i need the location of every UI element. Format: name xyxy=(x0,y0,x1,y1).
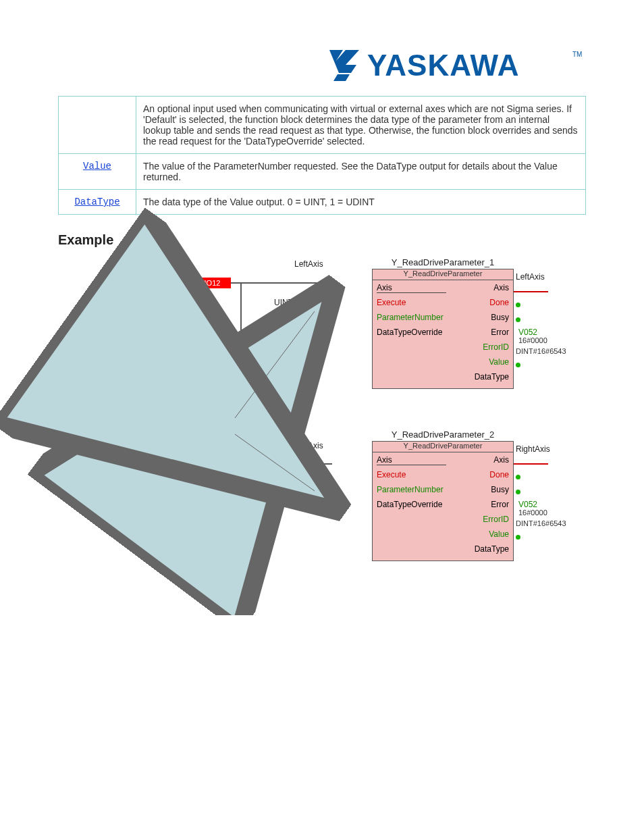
svg-marker-1 xyxy=(333,74,350,81)
svg-line-5 xyxy=(235,311,315,418)
fb-read-drive-parameter-1: Y_ReadDriveParameter_1 Y_ReadDriveParame… xyxy=(335,257,551,389)
rung-contact: AX1_IO12 xyxy=(176,278,231,288)
fb-out-dtype: DataType xyxy=(475,372,509,382)
brand-text: YASKAWA xyxy=(367,49,519,82)
spec-desc-cell: The value of the ParameterNumber request… xyxy=(136,154,586,190)
fb-out-axis: Axis xyxy=(493,455,509,465)
dot-icon xyxy=(516,490,520,494)
fb-out-errid: ErrorID xyxy=(483,515,509,524)
fb-type-name: Y_ReadDriveParameter xyxy=(373,442,513,452)
rung-number: 003 xyxy=(155,278,169,287)
ladder-diagram: 003 AX1_IO12 LeftAxis UINT#16#511 RightA… xyxy=(159,257,586,588)
table-row: An optional input used when communicatin… xyxy=(59,97,586,154)
fb-out-errid: ErrorID xyxy=(483,342,509,352)
fb-in-override: DataTypeOverride xyxy=(377,328,442,337)
dot-icon xyxy=(516,475,520,479)
yaskawa-logo: YASKAWA TM xyxy=(329,47,586,84)
fb2-errid-var: V052 xyxy=(518,500,537,509)
fb-type-name: Y_ReadDriveParameter xyxy=(373,269,513,280)
fb-out-value: Value xyxy=(489,529,509,539)
svg-line-6 xyxy=(235,434,315,491)
fb2-axis-out-conn: RightAxis xyxy=(516,444,550,454)
callout-note: Hex values entered for consistency with … xyxy=(134,411,234,457)
spec-desc-cell: The data type of the Value output. 0 = U… xyxy=(136,190,586,215)
fb1-axis-out-conn: LeftAxis xyxy=(516,272,545,282)
fb-out-done: Done xyxy=(489,470,509,479)
wire xyxy=(513,291,548,292)
trademark-text: TM xyxy=(572,51,582,58)
fb-in-execute: Execute xyxy=(377,470,406,479)
datatype-link[interactable]: DataType xyxy=(74,197,119,207)
example-heading: Example xyxy=(58,232,586,248)
fb-in-override: DataTypeOverride xyxy=(377,500,442,509)
brand-logo: YASKAWA TM xyxy=(58,47,586,84)
wire xyxy=(513,463,548,465)
fb2-errid-value: 16#0000 xyxy=(518,509,547,517)
fb-out-busy: Busy xyxy=(491,313,509,322)
fb-out-value: Value xyxy=(489,357,509,367)
fb-in-param: ParameterNumber xyxy=(377,313,444,322)
fb1-value-out: DINT#16#6543 xyxy=(516,347,566,355)
fb-read-drive-parameter-2: Y_ReadDriveParameter_2 Y_ReadDriveParame… xyxy=(335,429,551,561)
fb-in-axis: Axis xyxy=(377,455,446,465)
dot-icon xyxy=(516,303,520,307)
dot-icon xyxy=(516,317,520,322)
svg-marker-0 xyxy=(329,50,359,73)
fb-in-param: ParameterNumber xyxy=(377,485,444,494)
fb-out-axis: Axis xyxy=(493,283,509,292)
table-row: DataType The data type of the Value outp… xyxy=(59,190,586,215)
fb1-errid-var: V052 xyxy=(518,328,537,337)
spec-name-cell: DataType xyxy=(59,190,136,215)
value-link[interactable]: Value xyxy=(83,161,111,172)
fb1-axis-conn: LeftAxis xyxy=(294,259,323,269)
table-row: Value The value of the ParameterNumber r… xyxy=(59,154,586,190)
wire xyxy=(231,282,332,284)
fb1-errid-value: 16#0000 xyxy=(518,336,547,344)
fb-out-dtype: DataType xyxy=(475,544,509,554)
spec-name-cell xyxy=(59,97,136,154)
fb-out-error: Error xyxy=(491,500,509,509)
fb-instance-name: Y_ReadDriveParameter_1 xyxy=(335,257,551,267)
rung-rail xyxy=(173,282,175,295)
parameter-table: An optional input used when communicatin… xyxy=(58,96,586,215)
spec-name-cell: Value xyxy=(59,154,136,190)
dot-icon xyxy=(516,363,520,367)
fb2-value-out: DINT#16#6543 xyxy=(516,519,566,527)
dot-icon xyxy=(516,535,520,540)
fb-out-error: Error xyxy=(491,328,509,337)
callout-arrows xyxy=(220,305,335,500)
fb-out-done: Done xyxy=(489,298,509,307)
fb-instance-name: Y_ReadDriveParameter_2 xyxy=(335,429,551,440)
fb-in-execute: Execute xyxy=(377,298,406,307)
fb-out-busy: Busy xyxy=(491,485,509,494)
spec-desc-cell: An optional input used when communicatin… xyxy=(136,97,586,154)
fb-in-axis: Axis xyxy=(377,283,446,293)
